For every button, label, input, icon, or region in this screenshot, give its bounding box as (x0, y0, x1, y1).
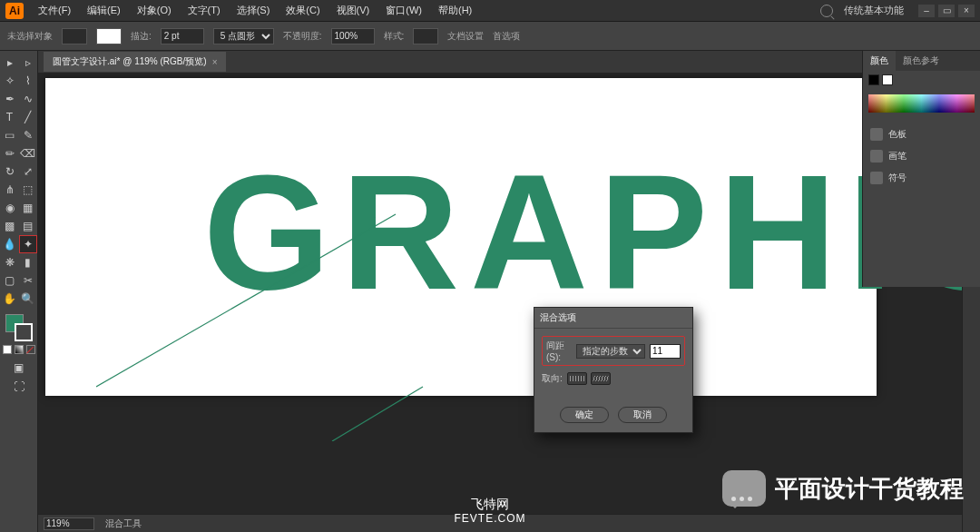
direct-selection-tool[interactable]: ▹ (20, 54, 36, 71)
document-tab[interactable]: 圆管文字设计.ai* @ 119% (RGB/预览) × (44, 52, 226, 72)
titlebar: Ai 文件(F) 编辑(E) 对象(O) 文字(T) 选择(S) 效果(C) 视… (0, 0, 980, 22)
fill-swatch[interactable] (62, 28, 87, 44)
pen-tool[interactable]: ✒ (2, 91, 18, 107)
options-bar: 未选择对象 描边: 5 点圆形 不透明度: 样式: 文档设置 首选项 (0, 22, 980, 51)
spacing-steps-input[interactable] (650, 344, 681, 359)
shape-builder-tool[interactable]: ◉ (2, 200, 18, 216)
menu-view[interactable]: 视图(V) (329, 0, 377, 21)
free-transform-tool[interactable]: ⬚ (20, 182, 36, 198)
type-tool[interactable]: T (2, 109, 18, 125)
gradient-mode-icon[interactable] (15, 345, 24, 354)
canvas[interactable]: GRAPHIC 混合选项 间距(S): 指定的步数 取向: (38, 73, 962, 514)
app-logo: Ai (5, 3, 24, 19)
menu-object[interactable]: 对象(O) (130, 0, 179, 21)
stroke-color[interactable] (15, 323, 33, 341)
rotate-tool[interactable]: ↻ (2, 163, 18, 180)
status-bar: 混合工具 (38, 514, 962, 532)
rectangle-tool[interactable]: ▭ (2, 127, 18, 143)
brush-select[interactable]: 5 点圆形 (213, 28, 274, 44)
artboard: GRAPHIC (45, 78, 877, 396)
orientation-row: 取向: (542, 372, 685, 385)
color-swatch-black[interactable] (868, 74, 879, 85)
window-maximize[interactable]: ▭ (938, 5, 955, 17)
hand-tool[interactable]: ✋ (2, 291, 18, 307)
spacing-label: 间距(S): (546, 340, 572, 362)
screen-mode-icon[interactable]: ⛶ (11, 379, 27, 395)
width-tool[interactable]: ⋔ (2, 182, 18, 198)
swatches-icon (870, 128, 883, 141)
opacity-input[interactable] (331, 28, 375, 44)
brushes-icon (870, 150, 883, 163)
cancel-button[interactable]: 取消 (618, 407, 667, 423)
swatches-panel-item[interactable]: 色板 (863, 123, 980, 145)
artwork-lines (96, 205, 441, 441)
ok-button[interactable]: 确定 (560, 407, 609, 423)
style-label: 样式: (384, 30, 405, 43)
gradient-tool[interactable]: ▤ (20, 218, 36, 234)
zoom-input[interactable] (44, 517, 94, 530)
perspective-tool[interactable]: ▦ (20, 200, 36, 216)
stroke-weight-input[interactable] (161, 28, 204, 44)
symbols-label: 符号 (888, 172, 906, 184)
dialog-title: 混合选项 (534, 308, 692, 329)
symbol-sprayer-tool[interactable]: ❋ (2, 254, 18, 271)
orient-align-page-button[interactable] (567, 372, 587, 385)
color-swatch-white[interactable] (882, 74, 893, 85)
status-tool-label: 混合工具 (105, 517, 142, 530)
brushes-label: 画笔 (888, 150, 906, 163)
svg-line-1 (332, 387, 423, 441)
none-mode-icon[interactable] (26, 345, 35, 354)
window-minimize[interactable]: – (918, 5, 935, 17)
menu-type[interactable]: 文字(T) (181, 0, 228, 21)
panel-column: 颜色 颜色参考 色板 画笔 符号 (862, 51, 980, 287)
brushes-panel-item[interactable]: 画笔 (863, 145, 980, 167)
menu-file[interactable]: 文件(F) (31, 0, 78, 21)
eraser-tool[interactable]: ⌫ (20, 145, 36, 162)
blend-tool[interactable]: ✦ (20, 236, 36, 252)
close-tab-icon[interactable]: × (212, 57, 218, 67)
selection-tool[interactable]: ▸ (2, 54, 18, 71)
workspace-switcher[interactable]: 传统基本功能 (844, 4, 904, 17)
svg-line-0 (96, 214, 396, 387)
style-swatch[interactable] (413, 28, 438, 44)
paintbrush-tool[interactable]: ✎ (20, 127, 36, 143)
document-tab-label: 圆管文字设计.ai* @ 119% (RGB/预览) (53, 55, 207, 68)
menu-edit[interactable]: 编辑(E) (80, 0, 128, 21)
column-graph-tool[interactable]: ▮ (20, 254, 36, 271)
zoom-tool[interactable]: 🔍 (20, 291, 36, 307)
fill-stroke-control[interactable] (5, 314, 33, 341)
color-spectrum[interactable] (868, 94, 975, 113)
doc-setup-button[interactable]: 文档设置 (447, 30, 484, 43)
color-mode-icon[interactable] (3, 345, 12, 354)
orientation-label: 取向: (542, 372, 563, 385)
color-panel-tab[interactable]: 颜色 (863, 51, 896, 71)
search-icon[interactable] (820, 5, 833, 17)
slice-tool[interactable]: ✂ (20, 272, 36, 289)
opacity-label: 不透明度: (283, 30, 322, 43)
spacing-mode-select[interactable]: 指定的步数 (576, 344, 645, 359)
menu-help[interactable]: 帮助(H) (431, 0, 479, 21)
symbols-icon (870, 172, 883, 184)
lasso-tool[interactable]: ⌇ (20, 73, 36, 89)
prefs-button[interactable]: 首选项 (493, 30, 520, 43)
artboard-tool[interactable]: ▢ (2, 272, 18, 289)
document-tabs: 圆管文字设计.ai* @ 119% (RGB/预览) × (38, 51, 962, 73)
orient-align-path-button[interactable] (591, 372, 611, 385)
draw-normal-icon[interactable]: ▣ (11, 360, 27, 376)
eyedropper-tool[interactable]: 💧 (2, 236, 18, 252)
window-close[interactable]: × (958, 5, 975, 17)
menu-window[interactable]: 窗口(W) (378, 0, 429, 21)
curvature-tool[interactable]: ∿ (20, 91, 36, 107)
menu-select[interactable]: 选择(S) (230, 0, 278, 21)
line-tool[interactable]: ╱ (20, 109, 36, 125)
scale-tool[interactable]: ⤢ (20, 163, 36, 180)
swatches-label: 色板 (888, 128, 906, 141)
stroke-swatch[interactable] (96, 28, 122, 44)
blend-options-dialog: 混合选项 间距(S): 指定的步数 取向: (534, 307, 693, 433)
menu-effect[interactable]: 效果(C) (279, 0, 327, 21)
symbols-panel-item[interactable]: 符号 (863, 167, 980, 189)
color-guide-tab[interactable]: 颜色参考 (896, 51, 946, 71)
shaper-tool[interactable]: ✏ (2, 145, 18, 162)
magic-wand-tool[interactable]: ✧ (2, 73, 18, 89)
mesh-tool[interactable]: ▩ (2, 218, 18, 234)
